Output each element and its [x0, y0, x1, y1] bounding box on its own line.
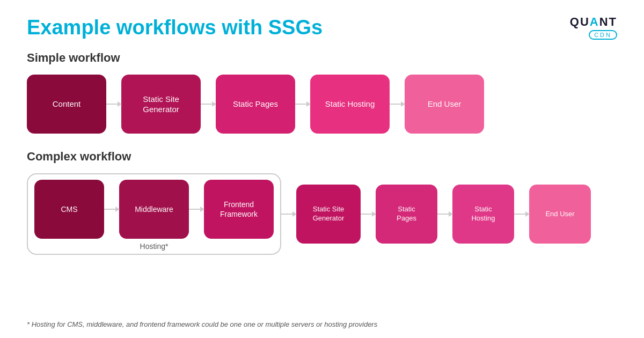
- complex-box-static-pages: StaticPages: [376, 185, 437, 244]
- complex-box-frontend: FrontendFramework: [204, 180, 274, 239]
- logo-brand: QUANT: [570, 15, 617, 29]
- page-container: QUANT CDN Example workflows with SSGs Si…: [0, 0, 644, 338]
- complex-box-static-hosting: StaticHosting: [452, 185, 514, 244]
- footnote: * Hosting for CMS, middleware, and front…: [27, 320, 377, 328]
- page-title: Example workflows with SSGs: [27, 16, 617, 39]
- logo: QUANT CDN: [570, 15, 617, 40]
- simple-box-static-hosting: Static Hosting: [310, 75, 390, 134]
- connector-c5: [437, 214, 452, 215]
- complex-box-ssg: Static SiteGenerator: [296, 185, 361, 244]
- simple-box-ssg: Static SiteGenerator: [121, 75, 201, 134]
- hosting-group-label: Hosting*: [140, 242, 169, 251]
- complex-box-cms: CMS: [34, 180, 104, 239]
- connector-c3: [281, 214, 296, 215]
- complex-box-middleware: Middleware: [119, 180, 189, 239]
- connector-c4: [361, 214, 376, 215]
- complex-workflow-row: CMS Middleware FrontendFramework Hosting…: [27, 173, 617, 255]
- connector-1: [106, 104, 121, 105]
- complex-workflow-section: Complex workflow CMS Middleware Frontend…: [27, 150, 617, 255]
- connector-c6: [514, 214, 529, 215]
- simple-box-end-user: End User: [405, 75, 484, 134]
- simple-workflow-row: Content Static SiteGenerator Static Page…: [27, 75, 617, 134]
- complex-box-end-user: End User: [529, 185, 591, 244]
- complex-workflow-title: Complex workflow: [27, 150, 617, 164]
- simple-box-content: Content: [27, 75, 106, 134]
- connector-2: [201, 104, 216, 105]
- simple-workflow-section: Simple workflow Content Static SiteGener…: [27, 51, 617, 134]
- simple-box-static-pages: Static Pages: [216, 75, 295, 134]
- connector-4: [390, 104, 405, 105]
- simple-workflow-title: Simple workflow: [27, 51, 617, 65]
- connector-c2: [189, 209, 204, 210]
- connector-3: [295, 104, 310, 105]
- hosting-group: CMS Middleware FrontendFramework Hosting…: [27, 173, 281, 255]
- connector-c1: [104, 209, 119, 210]
- logo-cdn: CDN: [589, 30, 617, 40]
